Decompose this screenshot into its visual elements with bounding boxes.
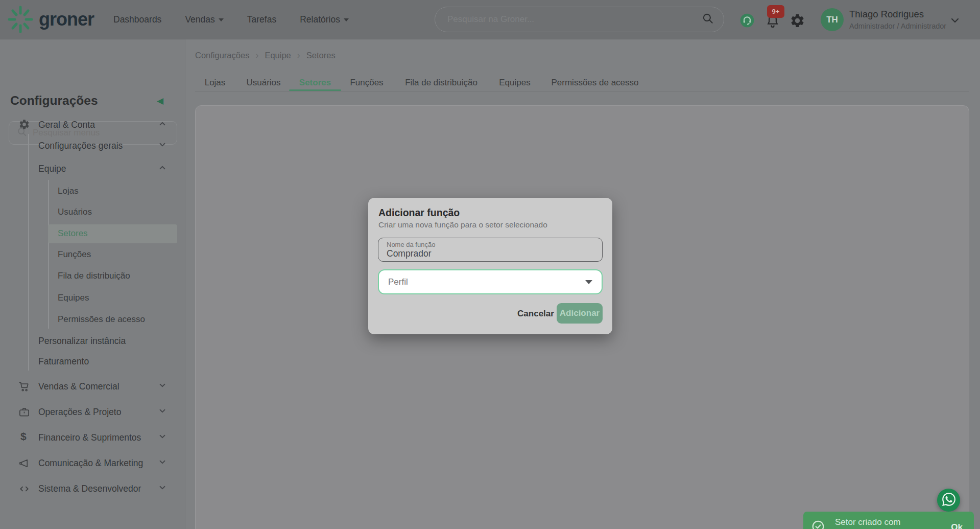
chevron-down-icon	[156, 457, 169, 469]
sidebar-item-label: Equipes	[58, 293, 89, 303]
tab-lojas[interactable]: Lojas	[202, 74, 228, 91]
add-funcao-modal: Adicionar função Criar uma nova função p…	[368, 198, 612, 334]
global-search-input[interactable]	[447, 14, 701, 25]
check-circle-icon	[811, 520, 825, 529]
chevron-right-icon: ›	[255, 50, 258, 61]
main-nav: Dashboards Vendas Tarefas Relatórios	[113, 0, 349, 39]
cancel-button[interactable]: Cancelar	[513, 304, 559, 324]
sidebar-title: Configurações	[10, 94, 98, 108]
tab-setores[interactable]: Setores	[289, 74, 341, 91]
sidebar-item-label: Permissões de acesso	[58, 314, 145, 325]
caret-down-icon	[344, 18, 349, 21]
breadcrumb-item[interactable]: Setores	[306, 51, 336, 60]
toast-ok-button[interactable]: Ok	[947, 520, 967, 529]
dollar-icon: $	[20, 430, 27, 443]
sidebar-item-label: Usuários	[58, 207, 92, 217]
sidebar-item-permissoes[interactable]: Permissões de acesso	[0, 310, 185, 329]
tabs-divider	[195, 91, 969, 91]
global-search[interactable]	[435, 7, 724, 32]
tab-fila-distribuicao[interactable]: Fila de distribuição	[399, 74, 483, 91]
chevron-right-icon: ›	[297, 50, 300, 61]
nav-tarefas[interactable]: Tarefas	[247, 14, 276, 25]
funcao-name-field[interactable]: Nome da função Comprador	[378, 238, 603, 262]
sidebar-item-faturamento[interactable]: Faturamento	[0, 352, 185, 371]
user-avatar[interactable]: TH	[821, 8, 844, 31]
gear-icon	[18, 119, 30, 132]
sidebar-item-financeiro-suprimentos[interactable]: $ Financeiro & Suprimentos	[0, 428, 185, 447]
chevron-down-icon	[156, 406, 169, 418]
groner-logo-icon	[7, 5, 34, 34]
sidebar-item-label: Geral & Conta	[38, 120, 95, 130]
whatsapp-fab[interactable]	[937, 489, 960, 512]
tab-equipes[interactable]: Equipes	[496, 74, 533, 91]
active-tab-underline	[289, 89, 341, 91]
modal-subtitle: Criar uma nova função para o setor selec…	[378, 220, 547, 229]
sidebar-item-equipes[interactable]: Equipes	[0, 289, 185, 307]
sidebar-item-label: Financeiro & Suprimentos	[38, 432, 141, 443]
sidebar-item-equipe[interactable]: Equipe	[0, 159, 185, 178]
sidebar-item-usuarios[interactable]: Usuários	[0, 203, 185, 221]
breadcrumb: Configurações › Equipe › Setores	[195, 50, 336, 61]
code-icon	[18, 483, 30, 497]
sidebar-item-geral-conta[interactable]: Geral & Conta	[0, 116, 185, 134]
chevron-up-icon	[156, 163, 169, 174]
support-icon[interactable]	[739, 12, 755, 29]
notifications-badge: 9+	[767, 5, 784, 18]
sidebar-item-label: Faturamento	[38, 356, 89, 367]
cart-icon	[18, 381, 30, 395]
megaphone-icon	[18, 457, 30, 471]
sidebar-item-sistema-desenvolvedor[interactable]: Sistema & Desenvolvedor	[0, 479, 185, 498]
user-role: Administrador / Administrador	[849, 22, 946, 30]
sidebar-item-label: Fila de distribuição	[58, 271, 130, 281]
breadcrumb-item[interactable]: Configurações	[195, 51, 249, 60]
sidebar-item-label: Setores	[58, 228, 88, 239]
chevron-down-icon	[156, 432, 169, 443]
sidebar-item-configuracoes-gerais[interactable]: Configurações gerais	[0, 136, 185, 155]
briefcase-icon	[18, 406, 30, 420]
user-menu-chevron-icon[interactable]	[949, 14, 961, 29]
sidebar-item-label: Vendas & Comercial	[38, 381, 119, 392]
sidebar-item-personalizar[interactable]: Personalizar instância	[0, 332, 185, 350]
success-toast: Setor criado com sucesso! Ok	[803, 512, 974, 529]
sidebar-item-setores[interactable]: Setores	[0, 224, 185, 243]
search-icon[interactable]	[701, 12, 714, 27]
settings-gear-icon[interactable]	[790, 13, 805, 29]
sidebar-item-operacoes-projeto[interactable]: Operações & Projeto	[0, 403, 185, 421]
caret-down-icon	[219, 18, 224, 21]
nav-dashboards[interactable]: Dashboards	[113, 14, 161, 25]
chevron-down-icon	[156, 140, 169, 151]
chevron-up-icon	[156, 119, 169, 130]
settings-sidebar: Configurações ◀ Geral & Conta Configuraç…	[0, 39, 185, 529]
nav-relatorios[interactable]: Relatórios	[300, 14, 349, 25]
select-arrow-icon	[585, 280, 592, 284]
sidebar-item-funcoes[interactable]: Funções	[0, 245, 185, 264]
tab-permissoes-acesso[interactable]: Permissões de acesso	[545, 74, 644, 91]
sidebar-item-label: Personalizar instância	[38, 336, 126, 347]
breadcrumb-item[interactable]: Equipe	[265, 51, 291, 60]
sidebar-item-label: Equipe	[38, 164, 66, 174]
sidebar-item-label: Funções	[58, 249, 91, 260]
sidebar-collapse-icon[interactable]: ◀	[157, 96, 163, 106]
adicionar-button[interactable]: Adicionar	[557, 303, 603, 324]
perfil-select-label: Perfil	[388, 277, 585, 287]
funcao-name-value: Comprador	[387, 248, 594, 259]
sidebar-item-lojas[interactable]: Lojas	[0, 182, 185, 200]
brand-name: groner	[39, 9, 94, 30]
sidebar-item-label: Configurações gerais	[38, 141, 123, 151]
top-navbar: groner Dashboards Vendas Tarefas Relatór…	[0, 0, 980, 39]
nav-vendas[interactable]: Vendas	[185, 14, 223, 25]
user-name: Thiago Rodrigues	[849, 9, 924, 20]
sidebar-item-label: Operações & Projeto	[38, 407, 121, 418]
sidebar-item-fila-distribuicao[interactable]: Fila de distribuição	[0, 267, 185, 285]
tab-funcoes[interactable]: Funções	[347, 74, 386, 91]
tab-usuarios[interactable]: Usuários	[241, 74, 286, 91]
perfil-select[interactable]: Perfil	[378, 269, 603, 294]
sidebar-item-label: Comunicação & Marketing	[38, 458, 143, 469]
funcao-name-label: Nome da função	[387, 241, 594, 248]
sidebar-item-vendas-comercial[interactable]: Vendas & Comercial	[0, 377, 185, 396]
sidebar-item-label: Lojas	[58, 186, 79, 196]
modal-title: Adicionar função	[378, 207, 460, 219]
toast-message: Setor criado com sucesso!	[835, 517, 937, 529]
chevron-down-icon	[156, 381, 169, 392]
sidebar-item-comunicacao-marketing[interactable]: Comunicação & Marketing	[0, 454, 185, 472]
